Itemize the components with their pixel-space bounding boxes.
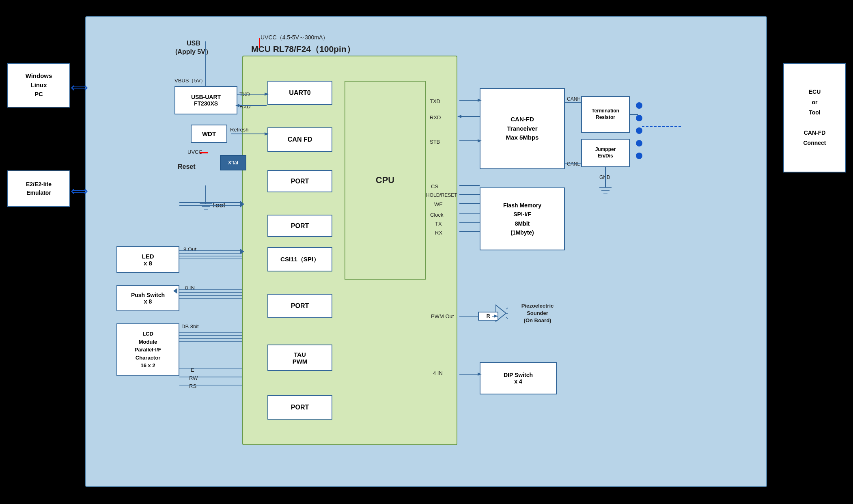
e-signal-label: E — [191, 367, 194, 373]
csi11-block: CSI11（SPI） — [267, 247, 332, 271]
mcu-title: MCU RL78/F24（100pin） — [251, 43, 355, 55]
rx-label: RX — [435, 230, 442, 236]
hold-reset-label: HOLD/RESET — [426, 192, 457, 198]
can-fd-block: CAN FD — [267, 127, 332, 152]
main-board: MCU RL78/F24（100pin） UART0 CAN FD PORT C… — [85, 16, 767, 487]
tx-label: TX — [435, 221, 442, 227]
flash-memory-block: Flash MemorySPI-I/F8Mbit(1Mbyte) — [480, 187, 565, 250]
uart0-block: UART0 — [267, 81, 332, 105]
diagram-container: MCU RL78/F24（100pin） UART0 CAN FD PORT C… — [0, 0, 853, 504]
led-block: LEDx 8 — [116, 246, 179, 273]
port5-block: PORT — [267, 395, 332, 420]
eight-in-label: 8 IN — [185, 285, 195, 291]
push-switch-block: Push Switchx 8 — [116, 285, 179, 311]
xtal-block: X'tal — [220, 155, 246, 170]
svg-line-3 — [506, 317, 508, 319]
port4-block: PORT — [267, 294, 332, 318]
gnd-label: GND — [599, 174, 610, 180]
windows-pc-block: WindowsLinuxPC — [7, 63, 70, 108]
canl-label: CANL — [567, 161, 580, 167]
txd-uart-label: TXD — [239, 91, 250, 97]
usb-uart-block: USB-UARTFT230XS — [174, 86, 237, 114]
rs-label: RS — [189, 383, 196, 389]
dip-switch-block: DIP Switchx 4 — [480, 362, 557, 394]
db-8bit-label: DB 8bit — [181, 323, 199, 330]
svg-line-1 — [506, 307, 508, 309]
jumper-block: JumpperEn/Dis — [581, 139, 630, 167]
uvcc-red-line — [259, 38, 260, 48]
pc-arrow: ⟺ — [71, 80, 88, 95]
vbus-label: VBUS（5V） — [174, 77, 206, 84]
cs-label: CS — [431, 183, 438, 190]
tool-label: Tool — [212, 202, 225, 209]
txd-can-label: TXD — [430, 98, 440, 104]
termination-block: TerminationResistor — [581, 96, 630, 133]
tau-pwm-block: TAUPWM — [267, 345, 332, 371]
uvcc-side-dash — [200, 152, 208, 153]
ecu-block: ECUorToolCAN-FDConnect — [783, 63, 846, 172]
port3-block: PORT — [267, 215, 332, 237]
reset-label: Reset — [178, 163, 196, 170]
uvcc-top-label: UVCC（4.5-5V～300mA） — [261, 34, 328, 41]
clock-label: Clock — [430, 212, 444, 218]
refresh-label: Refresh — [230, 127, 249, 133]
piezo-label: PiezoelectricSounder(On Board) — [504, 297, 571, 330]
eight-out-label: 8 Out — [183, 246, 196, 252]
r-resistor: R — [478, 312, 498, 321]
wdt-block: WDT — [191, 125, 227, 143]
svg-marker-14 — [457, 115, 461, 118]
lcd-module-block: LCDModuleParallel-I/FCharactor16 x 2 — [116, 323, 179, 376]
ecu-dashed-line — [642, 118, 683, 143]
pwm-out-label: PWM Out — [431, 313, 454, 319]
e2-emulator-block: E2/E2-liteEmulator — [7, 170, 70, 207]
can-connector-dots — [636, 102, 642, 159]
rxd-uart-label: RXD — [239, 103, 250, 110]
e2-arrow: ⟺ — [71, 184, 88, 198]
cpu-block: CPU — [345, 81, 426, 280]
mcu-box: MCU RL78/F24（100pin） UART0 CAN FD PORT C… — [242, 56, 457, 445]
rw-label: RW — [189, 375, 198, 381]
canh-label: CANH — [567, 96, 581, 102]
port2-block: PORT — [267, 170, 332, 192]
usb-label: USB(Apply 5V） — [175, 39, 212, 56]
rxd-can-label: RXD — [430, 114, 441, 121]
stb-label: STB — [430, 139, 440, 145]
we-label: WE — [434, 201, 443, 207]
four-in-label: 4 IN — [433, 370, 443, 376]
can-tranceiver-block: CAN-FDTranceiverMax 5Mbps — [480, 88, 565, 169]
